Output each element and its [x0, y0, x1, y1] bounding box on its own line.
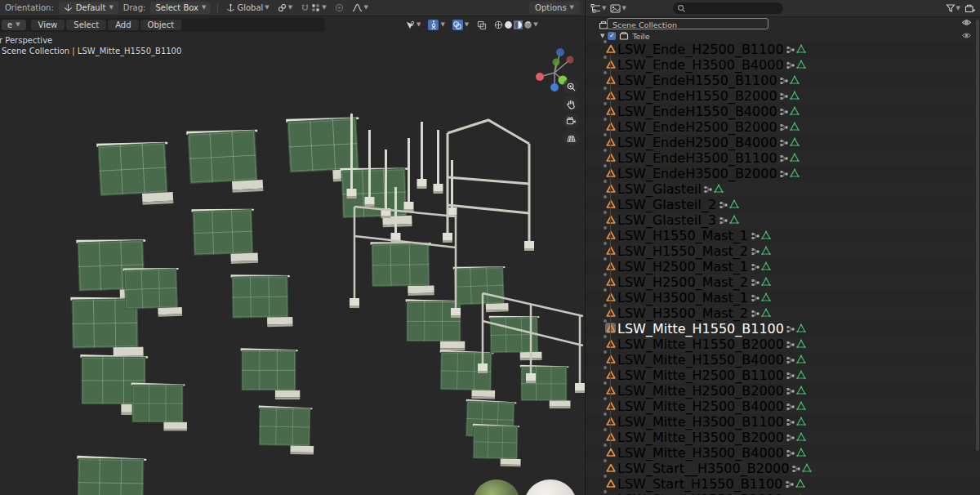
modifier-icon[interactable] [750, 292, 760, 303]
snap-toggle[interactable]: ▼ [299, 2, 327, 14]
scene-collection-row[interactable]: Scene Collection [586, 20, 980, 30]
modifier-icon[interactable] [786, 370, 796, 381]
mesh-data-icon[interactable] [728, 198, 739, 209]
outliner-row[interactable]: LSW_Mitte_H3500_B2000 [586, 430, 980, 445]
object-name[interactable]: LSW_Mitte_H3500_B2000 [616, 430, 786, 445]
mesh-data-icon[interactable] [796, 59, 807, 69]
hide-eye-toggle[interactable] [961, 32, 972, 39]
modifier-icon[interactable] [786, 386, 796, 396]
outliner-row[interactable]: LSW_Glasteil_2 [586, 197, 980, 212]
mesh-data-icon[interactable] [796, 43, 807, 54]
collection-row[interactable]: ▼ ✓ Teile [586, 30, 980, 41]
options-dropdown[interactable]: Options ▼ [529, 2, 580, 14]
shading-material-preview-button[interactable] [514, 20, 523, 29]
outliner-row[interactable]: LSW_H3500_Mast_2 [586, 305, 980, 321]
collection-checkbox[interactable]: ✓ [608, 32, 616, 40]
object-name[interactable]: LSW_Mitte_H1550_B1100 [616, 321, 786, 337]
object-name[interactable]: LSW_Start_H1550_B2000 [616, 492, 784, 495]
object-name[interactable]: LSW_EndeH2500_B2000 [616, 119, 779, 135]
outliner-row[interactable]: LSW_Mitte_H3500_B1100 [586, 414, 980, 430]
object-name[interactable]: LSW_Mitte_H1550_B4000 [616, 352, 786, 368]
mesh-data-icon[interactable] [714, 183, 724, 194]
outliner-row[interactable]: LSW_H2500_Mast_1 [586, 259, 980, 274]
expand-arrow-icon[interactable]: ▼ [600, 33, 604, 39]
modifier-icon[interactable] [779, 137, 790, 148]
editor-type-dropdown[interactable]: ▼ [590, 3, 606, 14]
mesh-data-icon[interactable] [796, 354, 807, 364]
outliner-row[interactable]: LSW_Mitte_H2500_B4000 [586, 399, 980, 414]
mesh-object-icon[interactable] [605, 447, 616, 457]
outliner-row[interactable]: LSW_H1550_Mast_2 [586, 243, 980, 259]
modifier-icon[interactable] [786, 60, 796, 70]
mesh-data-icon[interactable] [796, 323, 807, 333]
shading-wireframe-button[interactable] [494, 20, 503, 29]
outliner-scrollbar[interactable] [976, 20, 979, 451]
proportional-editing-toggle[interactable] [333, 2, 345, 14]
menu-object[interactable]: Object [140, 20, 182, 30]
outliner-row[interactable]: LSW_EndeH1550_B4000 [586, 104, 980, 119]
pan-hand-button[interactable] [563, 96, 579, 112]
menu-view[interactable]: View [31, 20, 65, 30]
modifier-icon[interactable] [750, 261, 760, 272]
modifier-icon[interactable] [786, 44, 796, 55]
object-name[interactable]: LSW_H2500_Mast_2 [616, 274, 750, 290]
outliner-row[interactable]: LSW_EndeH2500_B4000 [586, 135, 980, 150]
modifier-icon[interactable] [779, 75, 790, 86]
modifier-icon[interactable] [779, 122, 790, 132]
object-name[interactable]: LSW_EndeH3500_B1100 [616, 150, 779, 166]
filter-dropdown[interactable]: ▼ [946, 3, 960, 13]
outliner-row[interactable]: LSW_H2500_Mast_2 [586, 274, 980, 290]
object-name[interactable]: LSW_H1550_Mast_2 [616, 243, 750, 259]
modifier-icon[interactable] [786, 323, 796, 334]
mesh-data-icon[interactable] [760, 230, 771, 240]
display-mode-dropdown[interactable]: ▼ [610, 3, 626, 14]
modifier-icon[interactable] [703, 184, 714, 194]
object-name[interactable]: LSW_Mitte_H2500_B2000 [616, 383, 786, 399]
outliner-row[interactable]: LSW_Ende_H3500_B4000 [586, 57, 980, 73]
outliner-row[interactable]: LSW_H1550_Mast_1 [586, 228, 980, 243]
mesh-data-icon[interactable] [796, 447, 807, 457]
shading-solid-button[interactable] [504, 20, 513, 29]
modifier-icon[interactable] [791, 463, 801, 474]
modifier-icon[interactable] [750, 308, 760, 319]
hide-eye-toggle[interactable] [961, 19, 972, 26]
mesh-object-icon[interactable] [605, 462, 616, 473]
snap-target-dropdown[interactable]: ▼ [276, 2, 294, 14]
mesh-data-icon[interactable] [760, 245, 771, 256]
outliner-row[interactable]: LSW_Start_H1550_B2000 [586, 492, 980, 495]
outliner-row[interactable]: LSW_H3500_Mast_1 [586, 290, 980, 305]
modifier-icon[interactable] [750, 246, 760, 256]
mesh-data-icon[interactable] [760, 276, 771, 287]
outliner-row[interactable]: LSW_Mitte_H1550_B2000 [586, 337, 980, 352]
modifier-icon[interactable] [786, 417, 796, 427]
zoom-button[interactable] [563, 78, 579, 95]
modifier-icon[interactable] [786, 355, 796, 365]
mesh-data-icon[interactable] [790, 136, 800, 147]
mesh-data-icon[interactable] [796, 385, 807, 395]
object-name[interactable]: LSW_H3500_Mast_2 [616, 305, 750, 321]
object-name[interactable]: LSW_Ende_H3500_B4000 [616, 57, 786, 73]
outliner-row[interactable]: LSW_Glasteil [586, 181, 980, 197]
object-name[interactable]: LSW_Mitte_H2500_B4000 [616, 399, 786, 414]
modifier-icon[interactable] [750, 277, 760, 288]
mesh-data-icon[interactable] [795, 478, 805, 488]
modifier-icon[interactable] [784, 479, 795, 489]
modifier-icon[interactable] [786, 339, 796, 350]
camera-view-button[interactable] [563, 113, 579, 129]
outliner-row[interactable]: LSW_EndeH1550_B2000 [586, 88, 980, 104]
modifier-icon[interactable] [718, 199, 728, 210]
object-name[interactable]: LSW_Glasteil [616, 181, 703, 197]
modifier-icon[interactable] [779, 91, 790, 101]
gizmos-dropdown[interactable]: ▼ [425, 19, 447, 32]
outliner-row[interactable]: LSW_Mitte_H1550_B4000 [586, 352, 980, 368]
object-name[interactable]: LSW_Glasteil_3 [616, 212, 718, 228]
mesh-object-icon[interactable] [605, 43, 616, 54]
object-name[interactable]: LSW_EndeH3500_B2000 [616, 166, 779, 181]
object-name[interactable]: LSW_Ende_H2500_B1100 [616, 42, 786, 57]
mesh-data-icon[interactable] [760, 292, 771, 302]
object-name[interactable]: LSW_Mitte_H3500_B1100 [616, 414, 786, 430]
object-name[interactable]: LSW_EndeH1550_B2000 [616, 88, 779, 104]
orientation-dropdown[interactable]: Default ▼ [59, 2, 118, 14]
outliner-row[interactable]: LSW_EndeH3500_B1100 [586, 150, 980, 166]
outliner-row[interactable]: LSW_Mitte_H3500_B4000 [586, 445, 980, 461]
